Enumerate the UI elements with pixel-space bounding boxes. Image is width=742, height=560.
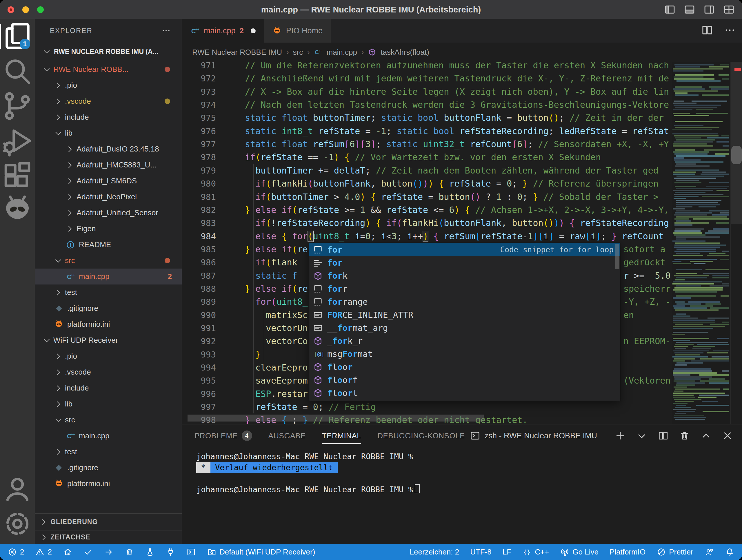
tree-item-adafruit-unified-sensor[interactable]: Adafruit_Unified_Sensor — [35, 205, 182, 221]
breadcrumb-item[interactable]: RWE Nuclear ROBBE IMU — [192, 48, 282, 57]
breadcrumb-item[interactable]: src — [293, 48, 303, 57]
workspace-root-item[interactable]: RWE NUCLEAR ROBBE IMU (A... — [35, 42, 182, 61]
tab-pio-home[interactable]: PIO Home — [264, 19, 331, 43]
tree-item-main-cpp[interactable]: C++main.cpp2 — [35, 269, 182, 284]
tree-item-rwe-nuclear-robb-[interactable]: RWE Nuclear ROBB... — [35, 61, 182, 77]
chev-up-s-icon[interactable] — [700, 430, 712, 442]
tree-item-readme[interactable]: README — [35, 237, 182, 253]
statusbar-language-mode[interactable]: {}C++ — [522, 547, 549, 557]
suggest-scrollbar[interactable] — [615, 244, 620, 269]
statusbar-pio-terminal[interactable] — [187, 547, 196, 557]
suggestion-for[interactable]: for — [309, 256, 620, 269]
suggestion-floorf[interactable]: floorf — [309, 374, 620, 386]
panel-tab-ausgabe[interactable]: AUSGABE — [268, 425, 306, 447]
sidebar-section-timeline[interactable]: ZEITACHSE — [35, 530, 182, 544]
tree-item-lib[interactable]: lib — [35, 396, 182, 412]
tree-item--vscode[interactable]: .vscode — [35, 93, 182, 109]
tree-item--vscode[interactable]: .vscode — [35, 364, 182, 380]
modified-dot-icon[interactable] — [251, 29, 256, 33]
statusbar-go-live[interactable]: Go Live — [560, 547, 598, 557]
tree-item-include[interactable]: include — [35, 109, 182, 125]
tree-item-wifi-udp-receiver[interactable]: WiFi UDP Receiver — [35, 332, 182, 348]
tree-item-adafruit-neopixel[interactable]: Adafruit_NeoPixel — [35, 189, 182, 205]
chev-down-s-icon[interactable] — [636, 430, 647, 442]
tree-item-src[interactable]: src — [35, 253, 182, 269]
statusbar-warnings[interactable]: 2 — [35, 547, 52, 557]
suggestion-__format_arg[interactable]: __format_arg — [309, 321, 620, 334]
minimap[interactable] — [672, 62, 730, 424]
tree-item--gitignore[interactable]: .gitignore — [35, 300, 182, 316]
breadcrumb-item[interactable]: main.cpp — [326, 48, 357, 57]
tree-item-adafruit-hmc5883-u-[interactable]: Adafruit_HMC5883_U... — [35, 157, 182, 173]
suggestion-floorl[interactable]: floorl — [309, 386, 620, 399]
editor-scrollbar[interactable] — [730, 62, 742, 424]
tree-item-test[interactable]: test — [35, 284, 182, 300]
activity-account-icon[interactable] — [0, 471, 35, 506]
terminal-selector[interactable]: zsh - RWE Nuclear ROBBE IMU — [470, 430, 597, 441]
plus-icon[interactable] — [615, 430, 626, 442]
statusbar-pio-upload[interactable] — [104, 547, 114, 557]
tree-item-adafruit-busio-23-45-18[interactable]: Adafruit_BusIO 23.45.18 — [35, 141, 182, 157]
layout-left-icon[interactable] — [664, 3, 676, 16]
statusbar-pio-test[interactable] — [145, 547, 155, 557]
tree-item-test[interactable]: test — [35, 444, 182, 460]
suggestion-forr[interactable]: forr — [309, 282, 620, 295]
statusbar-pio-build[interactable] — [84, 547, 93, 557]
statusbar-errors[interactable]: 2 — [7, 547, 24, 557]
trash-icon[interactable] — [679, 430, 690, 442]
statusbar-prettier[interactable]: Prettier — [656, 547, 693, 557]
suggestion-force_inline_attr[interactable]: FORCE_INLINE_ATTR — [309, 308, 620, 321]
layout-bottom-icon[interactable] — [683, 3, 696, 16]
scrollbar-knob[interactable] — [731, 146, 742, 164]
tree-item-main-cpp[interactable]: C++main.cpp — [35, 428, 182, 444]
layout-right-icon[interactable] — [703, 3, 716, 16]
statusbar-pio-env[interactable]: Default (WiFi UDP Receiver) — [207, 547, 315, 557]
panel-tab-probleme[interactable]: PROBLEME4 — [195, 425, 252, 447]
horizontal-scrollbar-thumb[interactable] — [188, 414, 484, 422]
tree-item-src[interactable]: src — [35, 412, 182, 428]
suggestion-forrange[interactable]: forrange — [309, 295, 620, 308]
statusbar-pio-home[interactable] — [63, 547, 72, 557]
activity-search-icon[interactable] — [0, 54, 35, 89]
split-icon[interactable] — [701, 24, 713, 37]
tree-item-lib[interactable]: lib — [35, 125, 182, 141]
activity-gear-icon[interactable] — [0, 506, 35, 541]
layout-grid-icon[interactable] — [723, 3, 735, 16]
tree-item-platformio-ini[interactable]: platformio.ini — [35, 316, 182, 332]
suggestion-msgformat[interactable]: [@]msgFormat — [309, 347, 620, 360]
tree-item-eigen[interactable]: Eigen — [35, 221, 182, 237]
tab-main-cpp[interactable]: C++ main.cpp 2 — [182, 19, 264, 43]
panel-tab-debugging-konsole[interactable]: DEBUGGING-KONSOLE — [377, 425, 465, 447]
tree-item--pio[interactable]: .pio — [35, 348, 182, 364]
activity-pio-icon[interactable] — [0, 193, 35, 228]
tree-item-include[interactable]: include — [35, 380, 182, 396]
suggestion-fork[interactable]: fork — [309, 269, 620, 282]
tree-item--pio[interactable]: .pio — [35, 77, 182, 93]
activity-extensions-icon[interactable] — [0, 158, 35, 193]
suggestion-for[interactable]: forCode snippet for for loop — [309, 243, 620, 256]
statusbar-platformio[interactable]: PlatformIO — [610, 548, 645, 557]
statusbar-pio-serial-monitor[interactable] — [166, 547, 175, 557]
statusbar-feedback[interactable] — [704, 547, 714, 557]
suggestion-_fork_r[interactable]: _fork_r — [309, 334, 620, 347]
split-icon[interactable] — [657, 430, 669, 442]
statusbar-pio-clean[interactable] — [125, 547, 134, 557]
panel-tab-terminal[interactable]: TERMINAL — [322, 425, 361, 447]
statusbar-encoding[interactable]: UTF-8 — [470, 548, 491, 557]
activity-files-icon[interactable]: 1 — [0, 19, 35, 54]
activity-debug-icon[interactable] — [0, 123, 35, 158]
ellipsis-icon[interactable] — [724, 24, 736, 37]
explorer-more-actions-icon[interactable] — [161, 25, 171, 36]
close-icon[interactable] — [722, 430, 733, 442]
terminal-output[interactable]: johannes@Johanness-Mac RWE Nuclear ROBBE… — [196, 451, 420, 495]
suggestion-floor[interactable]: floor — [309, 360, 620, 374]
statusbar-indentation[interactable]: Leerzeichen: 2 — [410, 548, 460, 557]
code-editor[interactable]: 971// Um die Referenzvektoren aufzunehme… — [182, 62, 742, 424]
scrollbar-thumb[interactable] — [731, 62, 742, 224]
tree-item-adafruit-lsm6ds[interactable]: Adafruit_LSM6DS — [35, 173, 182, 189]
sidebar-section-outline[interactable]: GLIEDERUNG — [35, 513, 182, 530]
tree-item--gitignore[interactable]: .gitignore — [35, 460, 182, 476]
activity-git-branch-icon[interactable] — [0, 89, 35, 123]
statusbar-notifications[interactable] — [725, 547, 735, 557]
tree-item-platformio-ini[interactable]: platformio.ini — [35, 476, 182, 492]
